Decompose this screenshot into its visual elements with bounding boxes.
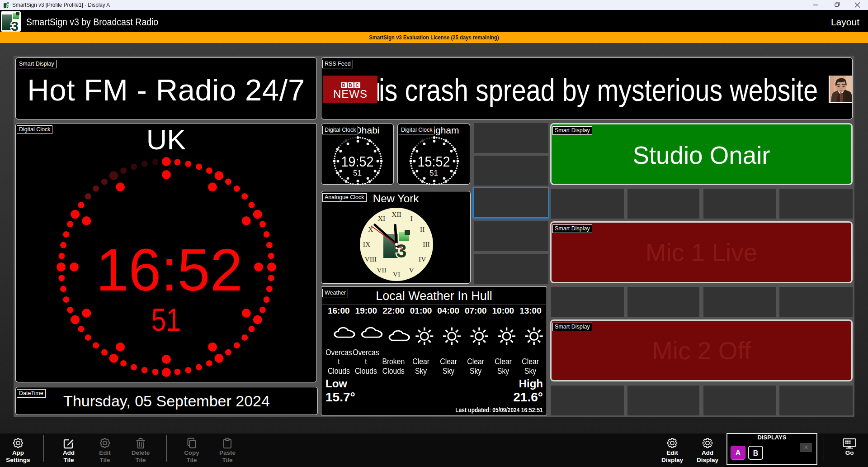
- svg-text:IV: IV: [419, 255, 426, 263]
- svg-text:VI: VI: [393, 270, 400, 278]
- svg-text:VII: VII: [377, 266, 387, 274]
- svg-text:III: III: [423, 240, 430, 248]
- svg-text:3: 3: [6, 4, 9, 8]
- svg-text:I: I: [410, 214, 412, 222]
- svg-text:II: II: [420, 225, 425, 233]
- svg-text:XI: XI: [378, 214, 385, 222]
- svg-text:V: V: [409, 266, 414, 274]
- svg-text:XII: XII: [392, 210, 401, 218]
- svg-text:VIII: VIII: [364, 255, 377, 263]
- svg-text:3: 3: [11, 19, 19, 32]
- svg-text:IX: IX: [363, 240, 370, 248]
